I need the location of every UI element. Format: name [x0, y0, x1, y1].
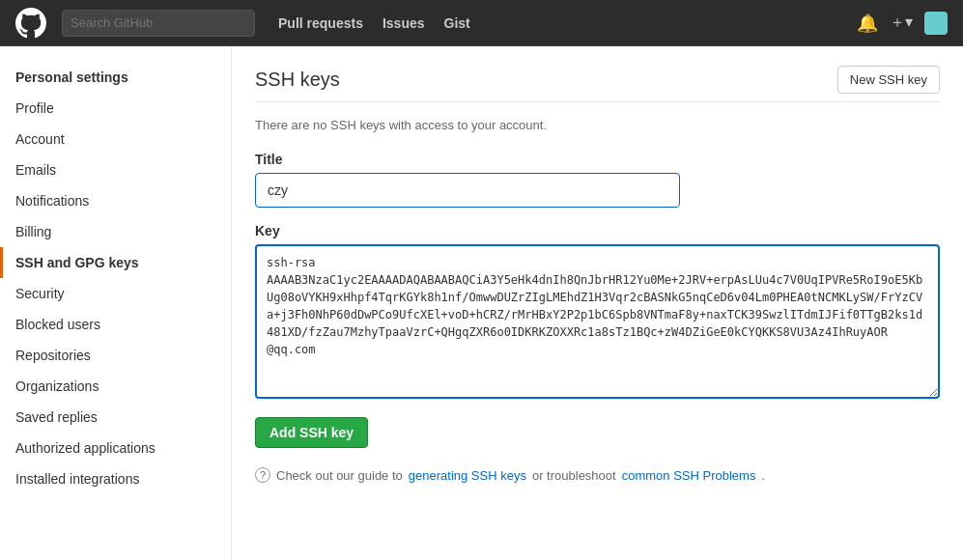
avatar[interactable] [924, 12, 948, 35]
pull-requests-link[interactable]: Pull requests [278, 15, 363, 31]
search-input[interactable] [62, 10, 255, 37]
notice-text: There are no SSH keys with access to you… [255, 118, 940, 132]
sidebar-item-blocked-users[interactable]: Blocked users [0, 309, 231, 340]
sidebar-item-organizations[interactable]: Organizations [0, 371, 231, 402]
key-form-group: Key ssh-rsa AAAAB3NzaC1yc2EAAAADAQABAABA… [255, 223, 940, 402]
issues-link[interactable]: Issues [382, 15, 425, 31]
topnav-links: Pull requests Issues Gist [278, 15, 470, 31]
sidebar-item-emails[interactable]: Emails [0, 154, 231, 185]
generating-ssh-keys-link[interactable]: generating SSH keys [409, 468, 526, 483]
topnav-icons: 🔔 ＋▾ [857, 12, 948, 35]
help-icon: ? [255, 467, 270, 483]
common-ssh-problems-link[interactable]: common SSH Problems [622, 468, 756, 483]
key-label: Key [255, 223, 940, 238]
sidebar-item-ssh-gpg-keys[interactable]: SSH and GPG keys [0, 247, 231, 278]
key-textarea[interactable]: ssh-rsa AAAAB3NzaC1yc2EAAAADAQABAABAQCiA… [255, 244, 940, 399]
github-logo[interactable] [15, 8, 46, 39]
topnav: Pull requests Issues Gist 🔔 ＋▾ [0, 0, 963, 46]
sidebar-item-repositories[interactable]: Repositories [0, 340, 231, 371]
title-form-group: Title [255, 152, 940, 208]
title-input[interactable] [258, 176, 677, 205]
footer-help: ? Check out our guide to generating SSH … [255, 467, 940, 483]
plus-icon[interactable]: ＋▾ [890, 13, 913, 33]
sidebar-item-saved-replies[interactable]: Saved replies [0, 402, 231, 433]
sidebar-item-account[interactable]: Account [0, 124, 231, 154]
footer-period: . [761, 468, 765, 483]
sidebar-item-authorized-applications[interactable]: Authorized applications [0, 433, 231, 463]
sidebar-item-notifications[interactable]: Notifications [0, 185, 231, 216]
sidebar-item-billing[interactable]: Billing [0, 216, 231, 247]
section-header: SSH keys New SSH key [255, 66, 940, 102]
sidebar-heading: Personal settings [0, 62, 231, 93]
gist-link[interactable]: Gist [444, 15, 470, 31]
footer-or-text: or troubleshoot [532, 468, 616, 483]
title-label: Title [255, 152, 940, 167]
sidebar-item-profile[interactable]: Profile [0, 93, 231, 124]
bell-icon[interactable]: 🔔 [857, 13, 878, 34]
sidebar-item-installed-integrations[interactable]: Installed integrations [0, 463, 231, 494]
layout: Personal settings Profile Account Emails… [0, 46, 963, 560]
main-content: SSH keys New SSH key There are no SSH ke… [232, 46, 963, 560]
new-ssh-key-button[interactable]: New SSH key [837, 66, 940, 94]
add-ssh-key-button[interactable]: Add SSH key [255, 417, 368, 448]
sidebar: Personal settings Profile Account Emails… [0, 46, 232, 560]
footer-help-text: Check out our guide to [276, 468, 403, 483]
sidebar-item-security[interactable]: Security [0, 278, 231, 309]
section-title: SSH keys [255, 69, 340, 91]
